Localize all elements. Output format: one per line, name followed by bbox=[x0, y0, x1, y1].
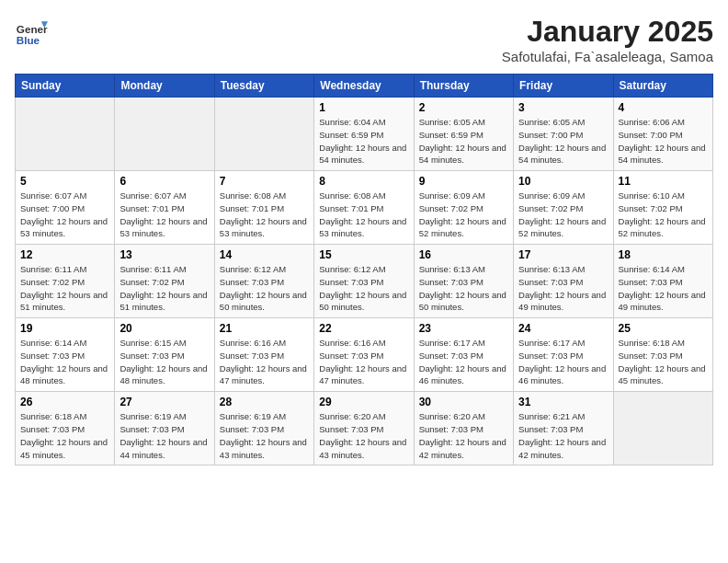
calendar-week-row: 5Sunrise: 6:07 AM Sunset: 7:00 PM Daylig… bbox=[16, 171, 713, 245]
day-info: Sunrise: 6:08 AM Sunset: 7:01 PM Dayligh… bbox=[319, 190, 408, 240]
weekday-header-tuesday: Tuesday bbox=[214, 75, 313, 98]
day-number: 20 bbox=[119, 322, 209, 335]
day-number: 13 bbox=[119, 248, 209, 261]
page-header: General Blue January 2025 Safotulafai, F… bbox=[15, 15, 713, 64]
day-info: Sunrise: 6:14 AM Sunset: 7:03 PM Dayligh… bbox=[619, 263, 708, 314]
day-number: 16 bbox=[419, 248, 508, 261]
calendar-cell: 2Sunrise: 6:05 AM Sunset: 6:59 PM Daylig… bbox=[414, 98, 513, 171]
calendar-cell: 25Sunrise: 6:18 AM Sunset: 7:03 PM Dayli… bbox=[613, 318, 712, 392]
calendar-cell: 5Sunrise: 6:07 AM Sunset: 7:00 PM Daylig… bbox=[16, 171, 115, 245]
weekday-header-thursday: Thursday bbox=[414, 75, 513, 98]
day-number: 6 bbox=[119, 175, 209, 188]
day-number: 7 bbox=[220, 175, 309, 188]
day-info: Sunrise: 6:12 AM Sunset: 7:03 PM Dayligh… bbox=[319, 263, 408, 314]
day-number: 28 bbox=[220, 396, 309, 408]
day-number: 29 bbox=[319, 396, 408, 408]
day-info: Sunrise: 6:20 AM Sunset: 7:03 PM Dayligh… bbox=[419, 410, 508, 461]
day-info: Sunrise: 6:18 AM Sunset: 7:03 PM Dayligh… bbox=[619, 337, 708, 387]
calendar-week-row: 1Sunrise: 6:04 AM Sunset: 6:59 PM Daylig… bbox=[16, 98, 713, 171]
calendar-cell: 17Sunrise: 6:13 AM Sunset: 7:03 PM Dayli… bbox=[514, 245, 613, 318]
day-number: 31 bbox=[518, 396, 608, 408]
calendar-cell: 7Sunrise: 6:08 AM Sunset: 7:01 PM Daylig… bbox=[214, 171, 313, 245]
day-info: Sunrise: 6:04 AM Sunset: 6:59 PM Dayligh… bbox=[319, 116, 408, 167]
day-number: 30 bbox=[419, 396, 508, 408]
day-number: 18 bbox=[619, 248, 708, 261]
day-info: Sunrise: 6:18 AM Sunset: 7:03 PM Dayligh… bbox=[20, 410, 109, 461]
calendar-cell: 30Sunrise: 6:20 AM Sunset: 7:03 PM Dayli… bbox=[414, 392, 513, 465]
calendar-cell: 19Sunrise: 6:14 AM Sunset: 7:03 PM Dayli… bbox=[16, 318, 115, 392]
day-number: 19 bbox=[20, 322, 109, 335]
calendar-week-row: 12Sunrise: 6:11 AM Sunset: 7:02 PM Dayli… bbox=[16, 245, 713, 318]
day-number: 17 bbox=[518, 248, 608, 261]
day-info: Sunrise: 6:17 AM Sunset: 7:03 PM Dayligh… bbox=[419, 337, 508, 387]
calendar-cell: 21Sunrise: 6:16 AM Sunset: 7:03 PM Dayli… bbox=[214, 318, 313, 392]
day-info: Sunrise: 6:11 AM Sunset: 7:02 PM Dayligh… bbox=[119, 263, 209, 314]
day-info: Sunrise: 6:05 AM Sunset: 7:00 PM Dayligh… bbox=[518, 116, 608, 167]
day-number: 3 bbox=[518, 101, 608, 114]
day-number: 15 bbox=[319, 248, 408, 261]
day-number: 22 bbox=[319, 322, 408, 335]
day-info: Sunrise: 6:05 AM Sunset: 6:59 PM Dayligh… bbox=[419, 116, 508, 167]
day-info: Sunrise: 6:09 AM Sunset: 7:02 PM Dayligh… bbox=[419, 190, 508, 240]
day-info: Sunrise: 6:16 AM Sunset: 7:03 PM Dayligh… bbox=[319, 337, 408, 387]
day-info: Sunrise: 6:07 AM Sunset: 7:00 PM Dayligh… bbox=[20, 190, 109, 240]
day-info: Sunrise: 6:13 AM Sunset: 7:03 PM Dayligh… bbox=[518, 263, 608, 314]
calendar-cell: 20Sunrise: 6:15 AM Sunset: 7:03 PM Dayli… bbox=[115, 318, 214, 392]
day-number: 25 bbox=[619, 322, 708, 335]
calendar-cell: 1Sunrise: 6:04 AM Sunset: 6:59 PM Daylig… bbox=[314, 98, 414, 171]
weekday-header-monday: Monday bbox=[115, 75, 214, 98]
weekday-header-row: SundayMondayTuesdayWednesdayThursdayFrid… bbox=[16, 75, 713, 98]
day-number: 12 bbox=[20, 248, 109, 261]
calendar-cell: 24Sunrise: 6:17 AM Sunset: 7:03 PM Dayli… bbox=[514, 318, 613, 392]
day-number: 27 bbox=[119, 396, 209, 408]
day-info: Sunrise: 6:12 AM Sunset: 7:03 PM Dayligh… bbox=[220, 263, 309, 314]
day-number: 10 bbox=[518, 175, 608, 188]
day-number: 2 bbox=[419, 101, 508, 114]
calendar-title: January 2025 bbox=[502, 15, 713, 49]
title-block: January 2025 Safotulafai, Fa`asaleleaga,… bbox=[502, 15, 713, 64]
day-info: Sunrise: 6:11 AM Sunset: 7:02 PM Dayligh… bbox=[20, 263, 109, 314]
calendar-cell: 26Sunrise: 6:18 AM Sunset: 7:03 PM Dayli… bbox=[16, 392, 115, 465]
day-number: 5 bbox=[20, 175, 109, 188]
day-info: Sunrise: 6:09 AM Sunset: 7:02 PM Dayligh… bbox=[518, 190, 608, 240]
day-info: Sunrise: 6:15 AM Sunset: 7:03 PM Dayligh… bbox=[119, 337, 209, 387]
calendar-cell: 22Sunrise: 6:16 AM Sunset: 7:03 PM Dayli… bbox=[314, 318, 414, 392]
day-info: Sunrise: 6:14 AM Sunset: 7:03 PM Dayligh… bbox=[20, 337, 109, 387]
weekday-header-saturday: Saturday bbox=[613, 75, 712, 98]
calendar-cell bbox=[613, 392, 712, 465]
weekday-header-sunday: Sunday bbox=[16, 75, 115, 98]
day-info: Sunrise: 6:20 AM Sunset: 7:03 PM Dayligh… bbox=[319, 410, 408, 461]
calendar-cell: 8Sunrise: 6:08 AM Sunset: 7:01 PM Daylig… bbox=[314, 171, 414, 245]
day-info: Sunrise: 6:10 AM Sunset: 7:02 PM Dayligh… bbox=[619, 190, 708, 240]
calendar-cell: 27Sunrise: 6:19 AM Sunset: 7:03 PM Dayli… bbox=[115, 392, 214, 465]
calendar-cell: 12Sunrise: 6:11 AM Sunset: 7:02 PM Dayli… bbox=[16, 245, 115, 318]
day-number: 26 bbox=[20, 396, 109, 408]
day-info: Sunrise: 6:19 AM Sunset: 7:03 PM Dayligh… bbox=[119, 410, 209, 461]
weekday-header-friday: Friday bbox=[514, 75, 613, 98]
day-number: 11 bbox=[619, 175, 708, 188]
calendar-cell: 3Sunrise: 6:05 AM Sunset: 7:00 PM Daylig… bbox=[514, 98, 613, 171]
calendar-cell: 28Sunrise: 6:19 AM Sunset: 7:03 PM Dayli… bbox=[214, 392, 313, 465]
day-info: Sunrise: 6:21 AM Sunset: 7:03 PM Dayligh… bbox=[518, 410, 608, 461]
calendar-cell: 29Sunrise: 6:20 AM Sunset: 7:03 PM Dayli… bbox=[314, 392, 414, 465]
calendar-cell: 18Sunrise: 6:14 AM Sunset: 7:03 PM Dayli… bbox=[613, 245, 712, 318]
calendar-cell: 4Sunrise: 6:06 AM Sunset: 7:00 PM Daylig… bbox=[613, 98, 712, 171]
calendar-cell: 11Sunrise: 6:10 AM Sunset: 7:02 PM Dayli… bbox=[613, 171, 712, 245]
day-number: 9 bbox=[419, 175, 508, 188]
logo-icon: General Blue bbox=[15, 15, 48, 48]
calendar-cell: 9Sunrise: 6:09 AM Sunset: 7:02 PM Daylig… bbox=[414, 171, 513, 245]
day-number: 14 bbox=[220, 248, 309, 261]
day-number: 21 bbox=[220, 322, 309, 335]
day-number: 24 bbox=[518, 322, 608, 335]
day-info: Sunrise: 6:17 AM Sunset: 7:03 PM Dayligh… bbox=[518, 337, 608, 387]
day-info: Sunrise: 6:07 AM Sunset: 7:01 PM Dayligh… bbox=[119, 190, 209, 240]
day-info: Sunrise: 6:19 AM Sunset: 7:03 PM Dayligh… bbox=[220, 410, 309, 461]
day-info: Sunrise: 6:06 AM Sunset: 7:00 PM Dayligh… bbox=[619, 116, 708, 167]
day-info: Sunrise: 6:08 AM Sunset: 7:01 PM Dayligh… bbox=[220, 190, 309, 240]
calendar-cell: 14Sunrise: 6:12 AM Sunset: 7:03 PM Dayli… bbox=[214, 245, 313, 318]
day-number: 4 bbox=[619, 101, 708, 114]
calendar-week-row: 26Sunrise: 6:18 AM Sunset: 7:03 PM Dayli… bbox=[16, 392, 713, 465]
calendar-subtitle: Safotulafai, Fa`asaleleaga, Samoa bbox=[502, 49, 713, 64]
calendar-cell bbox=[115, 98, 214, 171]
calendar-cell bbox=[214, 98, 313, 171]
